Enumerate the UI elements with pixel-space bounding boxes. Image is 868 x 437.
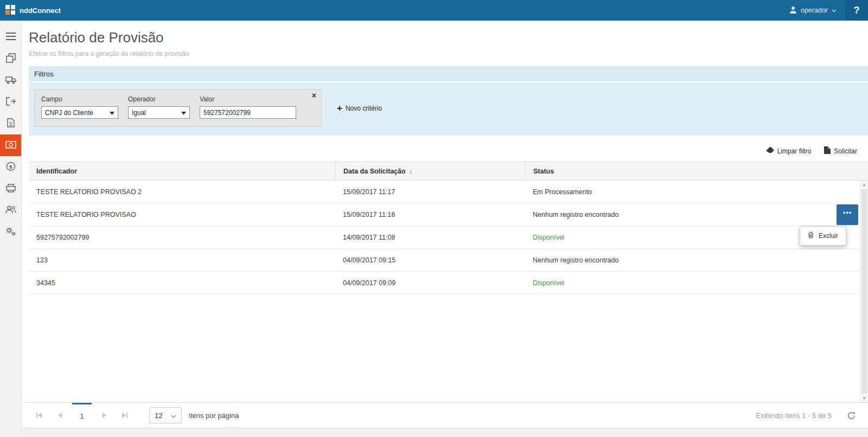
scroll-up-icon[interactable]: ▲	[860, 181, 868, 189]
table-row[interactable]: 59275792002799 14/09/2017 11:08 Disponív…	[29, 226, 859, 249]
user-menu[interactable]: operador	[781, 0, 845, 21]
cell-status: Em Processamento	[525, 188, 859, 196]
table-row[interactable]: TESTE RELATORIO PROVISAO 2 15/09/2017 11…	[29, 181, 859, 203]
truck-icon	[5, 75, 16, 86]
row-actions-button[interactable]: •••	[837, 204, 858, 225]
cell-identificador: 59275792002799	[29, 234, 335, 241]
brand[interactable]: nddConnect	[0, 5, 61, 16]
excluir-label: Excluir	[819, 232, 838, 240]
cell-data: 04/09/2017 09:09	[335, 279, 525, 287]
table-row[interactable]: 123 04/09/2017 09:15 Nenhum registro enc…	[29, 249, 859, 272]
column-label: Status	[533, 168, 554, 175]
items-per-page-label: itens por página	[189, 412, 239, 420]
filters-panel: Filtros × Campo CNPJ do Cliente Operador…	[29, 66, 868, 136]
vertical-scrollbar[interactable]: ▲ ▼	[860, 181, 868, 402]
new-criterion-button[interactable]: + Novo critério	[337, 105, 382, 112]
table-row[interactable]: TESTE RELATORIO PROVISAO 15/09/2017 11:1…	[29, 203, 859, 226]
page-size-value: 12	[155, 412, 162, 420]
cell-identificador: TESTE RELATORIO PROVISAO 2	[29, 188, 335, 196]
column-header-status[interactable]: Status	[525, 162, 868, 180]
coin-dollar-icon: $	[6, 162, 16, 173]
sidebar-item-billing[interactable]: $	[0, 156, 21, 178]
cell-status: Nenhum registro encontrado	[525, 211, 859, 218]
cell-data: 15/09/2017 11:16	[335, 211, 525, 218]
campo-select-value: CNPJ do Cliente	[45, 109, 93, 117]
new-criterion-label: Novo critério	[346, 105, 382, 112]
ellipsis-icon: •••	[843, 210, 852, 216]
users-icon	[5, 205, 16, 215]
sidebar: $	[0, 21, 22, 437]
printer-icon	[6, 184, 16, 194]
ndd-logo-icon	[5, 5, 15, 16]
sidebar-item-users[interactable]	[0, 200, 21, 221]
column-label: Identificador	[36, 168, 77, 175]
refresh-button[interactable]	[847, 411, 856, 420]
last-page-button[interactable]	[117, 403, 133, 428]
page-title: Relatório de Provisão	[29, 29, 868, 46]
user-name: operador	[801, 7, 828, 14]
help-button[interactable]: ?	[845, 0, 868, 21]
plus-icon: +	[337, 105, 342, 112]
column-header-data-solicitacao[interactable]: Data da Solicitação ↓	[335, 162, 525, 180]
scroll-down-icon[interactable]: ▼	[860, 394, 868, 402]
sidebar-item-export[interactable]	[0, 91, 21, 113]
filter-criteria-box: × Campo CNPJ do Cliente Operador Igual	[34, 89, 322, 127]
horizontal-scrollbar[interactable]	[22, 428, 868, 437]
previous-page-button[interactable]	[52, 403, 68, 428]
menu-icon	[6, 33, 16, 42]
scrollbar-thumb[interactable]	[861, 189, 867, 394]
sidebar-item-printers[interactable]	[0, 178, 21, 200]
sidebar-item-settings[interactable]	[0, 221, 21, 243]
pagination-bar: 1 12 itens por página Exibindo itens 1 -…	[22, 402, 868, 428]
chevron-down-icon	[171, 412, 176, 420]
cell-identificador: TESTE RELATORIO PROVISAO	[29, 211, 335, 218]
campo-label: Campo	[41, 95, 118, 103]
svg-text:$: $	[9, 164, 12, 169]
valor-input[interactable]	[200, 106, 296, 119]
user-icon	[789, 6, 797, 15]
clear-filter-label: Limpar filtro	[777, 147, 812, 155]
table-body: TESTE RELATORIO PROVISAO 2 15/09/2017 11…	[29, 181, 868, 402]
valor-label: Valor	[200, 95, 296, 103]
cell-status: Nenhum registro encontrado	[525, 256, 859, 264]
clear-filter-button[interactable]: Limpar filtro	[766, 147, 812, 155]
sidebar-item-copies[interactable]	[0, 48, 21, 69]
remove-criteria-button[interactable]: ×	[312, 91, 316, 100]
eraser-icon	[766, 147, 774, 155]
next-page-button[interactable]	[96, 403, 112, 428]
campo-select[interactable]: CNPJ do Cliente	[41, 106, 118, 119]
cell-data: 15/09/2017 11:17	[335, 188, 525, 196]
copy-icon	[6, 53, 16, 65]
operador-select-value: Igual	[132, 109, 146, 117]
sidebar-item-reports[interactable]	[0, 113, 21, 134]
sidebar-item-provision-active[interactable]	[0, 134, 21, 156]
table-row[interactable]: 34345 04/09/2017 09:09 Disponível	[29, 272, 859, 294]
sidebar-item-vehicle[interactable]	[0, 69, 21, 91]
main-content: Relatório de Provisão Efetue os filtros …	[22, 21, 868, 437]
chevron-down-icon	[832, 7, 837, 14]
column-label: Data da Solicitação	[343, 168, 406, 175]
select-arrow-icon	[181, 109, 186, 117]
sidebar-item-menu[interactable]	[0, 26, 21, 48]
page-subtitle: Efetue os filtros para a geração do rela…	[29, 50, 868, 57]
operador-select[interactable]: Igual	[128, 106, 190, 119]
document-icon	[7, 118, 15, 129]
items-summary: Exibindo itens 1 - 5 de 5	[756, 412, 832, 420]
cell-data: 14/09/2017 11:08	[335, 234, 525, 241]
cell-identificador: 34345	[29, 279, 335, 287]
first-page-button[interactable]	[31, 403, 47, 428]
operador-label: Operador	[128, 95, 190, 103]
table-header: Identificador Data da Solicitação ↓ Stat…	[29, 162, 868, 181]
request-button[interactable]: Solicitar	[824, 146, 857, 156]
row-menu-excluir[interactable]: Excluir	[800, 226, 846, 246]
file-icon	[824, 146, 831, 156]
column-header-identificador[interactable]: Identificador	[29, 162, 335, 180]
cell-data: 04/09/2017 09:15	[335, 256, 525, 264]
current-page[interactable]: 1	[72, 403, 92, 428]
export-icon	[6, 97, 16, 107]
cell-identificador: 123	[29, 256, 335, 264]
sort-desc-icon: ↓	[409, 167, 413, 175]
cell-status: Disponível	[525, 279, 859, 287]
page-size-select[interactable]: 12	[149, 407, 182, 423]
topbar: nddConnect operador ?	[0, 0, 868, 21]
